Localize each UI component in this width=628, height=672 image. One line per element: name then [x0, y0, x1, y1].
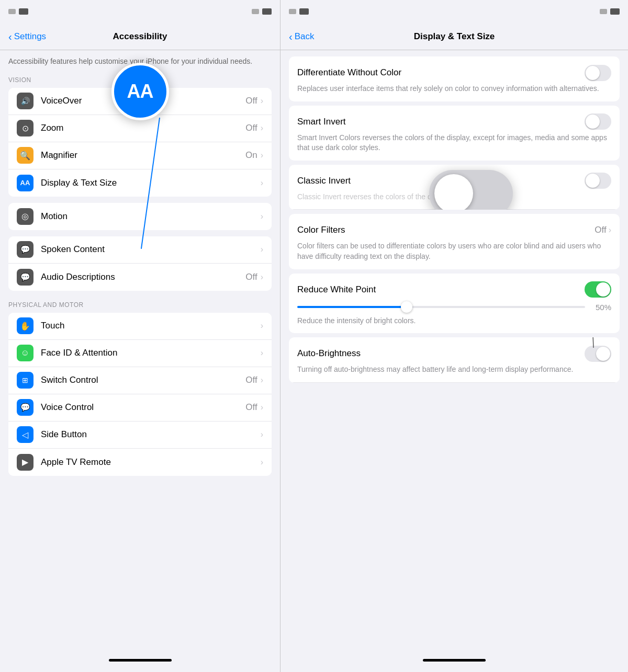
status-icon-1 [8, 9, 16, 14]
auto-brightness-toggle[interactable] [585, 346, 611, 362]
appletv-item[interactable]: ▶ Apple TV Remote › [8, 449, 272, 476]
color-filters-value-group: Off › [595, 225, 611, 235]
status-icon-2 [19, 8, 28, 15]
magnifier-item[interactable]: 🔍 Magnifier On › [8, 142, 272, 169]
auto-brightness-section: Auto-Brightness Turning off auto-brightn… [289, 337, 620, 383]
audio-descriptions-item[interactable]: 💬 Audio Descriptions Off › [8, 264, 272, 291]
differentiate-item: Differentiate Without Color Replaces use… [289, 56, 620, 101]
switch-control-value: Off [245, 375, 257, 385]
back-label[interactable]: Settings [14, 31, 46, 42]
status-icon-3 [252, 9, 259, 14]
spoken-content-label: Spoken Content [41, 244, 261, 255]
right-bottom-area [281, 655, 628, 672]
status-bar-left-icons [8, 8, 28, 15]
smart-invert-toggle-thumb [586, 115, 600, 129]
settings-back-button[interactable]: ‹ Settings [8, 31, 46, 42]
right-home-indicator [423, 659, 486, 662]
classic-invert-title: Classic Invert [297, 176, 351, 186]
smart-invert-title: Smart Invert [297, 117, 346, 127]
touch-chevron-icon: › [261, 321, 263, 331]
classic-invert-toggle-overlay [429, 170, 513, 210]
motion-icon: ◎ [17, 208, 33, 225]
auto-brightness-title: Auto-Brightness [297, 348, 361, 359]
color-filters-row: Color Filters Off › [297, 221, 611, 239]
side-button-item[interactable]: ◁ Side Button › [8, 422, 272, 449]
reduce-white-point-slider-value: 50% [590, 303, 611, 312]
aa-overlay: AA [111, 63, 169, 120]
reduce-white-point-slider-thumb[interactable] [401, 301, 412, 313]
side-button-icon: ◁ [17, 426, 33, 443]
right-status-bar [281, 0, 628, 23]
right-panel: ‹ Back Display & Text Size Differentiate… [280, 0, 628, 672]
color-filters-title: Color Filters [297, 225, 345, 235]
differentiate-row: Differentiate Without Color [297, 64, 611, 82]
magnifier-chevron-icon: › [261, 151, 263, 160]
color-filters-value: Off [595, 225, 606, 235]
physical-section-header: PHYSICAL AND MOTOR [0, 298, 280, 311]
voice-control-item[interactable]: 💬 Voice Control Off › [8, 394, 272, 422]
spoken-list-group: 💬 Spoken Content › 💬 Audio Descriptions … [8, 236, 272, 291]
motion-label: Motion [41, 211, 261, 222]
display-back-button[interactable]: ‹ Back [289, 31, 314, 42]
voiceover-icon: 🔊 [17, 93, 33, 109]
audio-descriptions-icon: 💬 [17, 269, 33, 286]
smart-invert-section: Smart Invert Smart Invert Colors reverse… [289, 106, 620, 161]
audio-descriptions-value: Off [245, 272, 257, 282]
side-button-chevron-icon: › [261, 430, 263, 439]
display-text-size-label: Display & Text Size [41, 178, 261, 188]
smart-invert-toggle[interactable] [585, 113, 611, 130]
differentiate-title: Differentiate Without Color [297, 67, 401, 78]
right-status-icon-3 [600, 9, 607, 14]
differentiate-toggle[interactable] [585, 65, 611, 81]
classic-invert-toggle[interactable] [585, 173, 611, 189]
smart-invert-row: Smart Invert [297, 113, 611, 131]
smart-invert-desc: Smart Invert Colors reverses the colors … [297, 133, 611, 153]
status-icon-4 [262, 8, 272, 15]
switch-control-item[interactable]: ⊞ Switch Control Off › [8, 367, 272, 394]
differentiate-toggle-thumb [586, 66, 600, 80]
display-text-size-chevron-icon: › [261, 178, 263, 188]
motion-item[interactable]: ◎ Motion › [8, 203, 272, 230]
aa-circle: AA [111, 63, 169, 120]
left-nav-bar: ‹ Settings Accessibility [0, 23, 280, 50]
right-nav-title: Display & Text Size [414, 31, 495, 42]
reduce-white-point-slider-fill [297, 306, 412, 308]
audio-descriptions-label: Audio Descriptions [41, 272, 245, 282]
color-filters-item[interactable]: Color Filters Off › Color filters can be… [289, 214, 620, 269]
display-text-size-item[interactable]: AA Display & Text Size › [8, 169, 272, 197]
zoom-chevron-icon: › [261, 123, 263, 133]
differentiate-desc: Replaces user interface items that rely … [297, 84, 611, 94]
appletv-chevron-icon: › [261, 458, 263, 467]
status-bar-right-icons [252, 8, 272, 15]
reduce-white-point-item: Reduce White Point 50% Reduce the intens… [289, 274, 620, 334]
spoken-content-item[interactable]: 💬 Spoken Content › [8, 236, 272, 264]
right-back-label[interactable]: Back [295, 31, 315, 42]
back-chevron-icon: ‹ [8, 31, 12, 42]
switch-control-chevron-icon: › [261, 375, 263, 385]
switch-control-label: Switch Control [41, 375, 245, 385]
reduce-white-point-slider-track[interactable] [297, 306, 585, 308]
faceid-item[interactable]: ☺ Face ID & Attention › [8, 340, 272, 367]
zoom-icon: ⊙ [17, 120, 33, 136]
toggle-overlay-thumb [434, 174, 473, 210]
spoken-content-icon: 💬 [17, 241, 33, 258]
voice-control-label: Voice Control [41, 402, 245, 413]
voiceover-value: Off [245, 96, 257, 106]
aa-text: AA [127, 81, 153, 102]
magnifier-icon: 🔍 [17, 147, 33, 164]
classic-invert-toggle-thumb [586, 174, 600, 188]
appletv-label: Apple TV Remote [41, 457, 261, 468]
reduce-white-point-toggle[interactable] [585, 281, 611, 298]
smart-invert-item: Smart Invert Smart Invert Colors reverse… [289, 106, 620, 161]
right-status-icon-1 [289, 9, 296, 14]
zoom-label: Zoom [41, 123, 245, 133]
auto-brightness-row: Auto-Brightness [297, 345, 611, 362]
reduce-white-point-row: Reduce White Point [297, 281, 611, 299]
voiceover-chevron-icon: › [261, 96, 263, 106]
auto-brightness-desc: Turning off auto-brightness may affect b… [297, 365, 611, 375]
reduce-white-point-desc: Reduce the intensity of bright colors. [297, 316, 611, 326]
left-status-bar [0, 0, 280, 23]
touch-item[interactable]: ✋ Touch › [8, 313, 272, 340]
differentiate-section: Differentiate Without Color Replaces use… [289, 56, 620, 101]
audio-descriptions-chevron-icon: › [261, 272, 263, 282]
